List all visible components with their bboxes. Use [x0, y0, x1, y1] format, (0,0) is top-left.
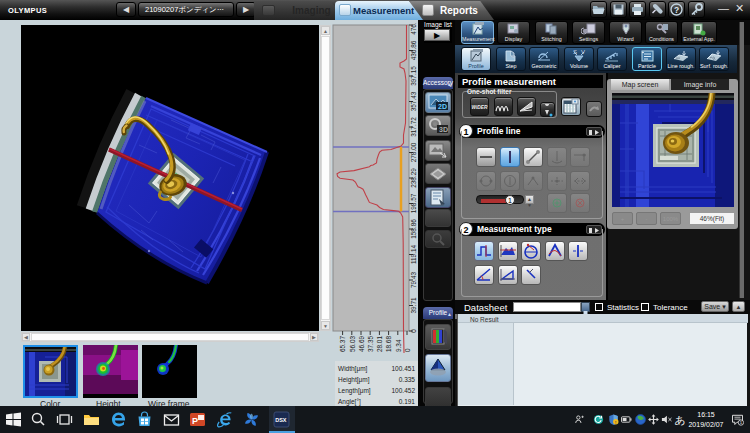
svg-text:56.03: 56.03 [349, 336, 356, 352]
svg-text:18.68: 18.68 [385, 336, 392, 352]
svg-text:0: 0 [404, 348, 411, 352]
svg-text:198.57: 198.57 [410, 193, 417, 213]
svg-text:79.43: 79.43 [410, 272, 417, 288]
svg-text:0: 0 [410, 329, 417, 333]
svg-text:158.86: 158.86 [410, 219, 417, 239]
svg-text:397.15: 397.15 [410, 66, 417, 86]
svg-text:238.29: 238.29 [410, 168, 417, 188]
svg-text:9.34: 9.34 [395, 339, 402, 352]
svg-text:3D: 3D [439, 126, 448, 133]
svg-text:!: ! [615, 420, 616, 425]
svg-text:S: S [573, 49, 577, 55]
svg-text:39.71: 39.71 [410, 297, 417, 313]
svg-text:436.86: 436.86 [410, 40, 417, 60]
svg-text:V: V [581, 49, 585, 55]
svg-text:DSX: DSX [275, 417, 287, 423]
svg-text:278.00: 278.00 [410, 142, 417, 162]
svg-text:?: ? [674, 5, 679, 15]
svg-text:37.35: 37.35 [367, 336, 374, 352]
svg-text:WiDER: WiDER [472, 105, 488, 110]
svg-text:46.69: 46.69 [358, 336, 365, 352]
svg-text:119.14: 119.14 [410, 245, 417, 265]
svg-text:476.58: 476.58 [410, 23, 417, 35]
svg-text:65.37: 65.37 [339, 336, 346, 352]
svg-text:357.43: 357.43 [410, 91, 417, 111]
svg-text:P: P [192, 416, 198, 426]
svg-text:28.01: 28.01 [376, 336, 383, 352]
svg-text:2D: 2D [438, 103, 447, 110]
svg-text:317.72: 317.72 [410, 117, 417, 137]
